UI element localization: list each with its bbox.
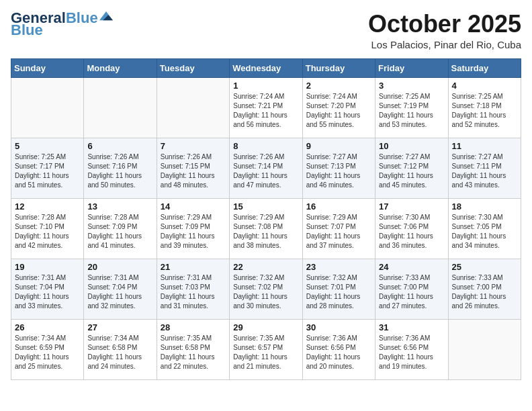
calendar-cell-1-4: 1Sunrise: 7:24 AM Sunset: 7:21 PM Daylig… — [230, 77, 302, 138]
calendar-cell-5-4: 29Sunrise: 7:35 AM Sunset: 6:57 PM Dayli… — [230, 319, 302, 379]
week-row-1: 1Sunrise: 7:24 AM Sunset: 7:21 PM Daylig… — [11, 77, 521, 138]
day-number: 24 — [379, 262, 444, 272]
day-info: Sunrise: 7:28 AM Sunset: 7:10 PM Dayligh… — [15, 213, 80, 250]
calendar-cell-2-5: 9Sunrise: 7:27 AM Sunset: 7:13 PM Daylig… — [302, 138, 375, 198]
day-info: Sunrise: 7:31 AM Sunset: 7:04 PM Dayligh… — [87, 273, 152, 311]
day-number: 5 — [15, 141, 80, 151]
day-info: Sunrise: 7:33 AM Sunset: 7:00 PM Dayligh… — [452, 273, 517, 311]
calendar-cell-5-3: 28Sunrise: 7:35 AM Sunset: 6:58 PM Dayli… — [157, 319, 229, 379]
col-sunday: Sunday — [11, 58, 84, 77]
day-info: Sunrise: 7:32 AM Sunset: 7:01 PM Dayligh… — [306, 273, 371, 311]
calendar-header-row: Sunday Monday Tuesday Wednesday Thursday… — [11, 58, 521, 77]
logo-icon — [99, 10, 113, 24]
day-number: 15 — [233, 201, 298, 212]
day-info: Sunrise: 7:32 AM Sunset: 7:02 PM Dayligh… — [233, 273, 298, 311]
day-info: Sunrise: 7:27 AM Sunset: 7:11 PM Dayligh… — [452, 152, 517, 190]
calendar-cell-3-7: 18Sunrise: 7:30 AM Sunset: 7:05 PM Dayli… — [448, 198, 521, 259]
day-info: Sunrise: 7:34 AM Sunset: 6:59 PM Dayligh… — [15, 334, 80, 371]
day-info: Sunrise: 7:33 AM Sunset: 7:00 PM Dayligh… — [379, 273, 444, 311]
calendar-cell-4-2: 20Sunrise: 7:31 AM Sunset: 7:04 PM Dayli… — [84, 259, 157, 319]
calendar-cell-1-3 — [157, 77, 229, 138]
calendar-cell-2-7: 11Sunrise: 7:27 AM Sunset: 7:11 PM Dayli… — [448, 138, 521, 198]
page-header: GeneralBlue Blue October 2025 Los Palaci… — [11, 11, 521, 50]
calendar-cell-3-5: 16Sunrise: 7:29 AM Sunset: 7:07 PM Dayli… — [302, 198, 375, 259]
calendar-cell-4-4: 22Sunrise: 7:32 AM Sunset: 7:02 PM Dayli… — [230, 259, 302, 319]
calendar-cell-2-6: 10Sunrise: 7:27 AM Sunset: 7:12 PM Dayli… — [375, 138, 448, 198]
day-number: 12 — [15, 201, 80, 212]
day-info: Sunrise: 7:29 AM Sunset: 7:09 PM Dayligh… — [161, 213, 226, 250]
day-info: Sunrise: 7:26 AM Sunset: 7:16 PM Dayligh… — [87, 152, 152, 190]
day-info: Sunrise: 7:35 AM Sunset: 6:57 PM Dayligh… — [233, 334, 298, 371]
calendar-cell-2-3: 7Sunrise: 7:26 AM Sunset: 7:15 PM Daylig… — [157, 138, 229, 198]
day-info: Sunrise: 7:34 AM Sunset: 6:58 PM Dayligh… — [87, 334, 152, 371]
logo: GeneralBlue Blue — [11, 11, 113, 39]
day-number: 11 — [452, 141, 517, 151]
calendar-cell-1-1 — [11, 77, 84, 138]
calendar-cell-5-7 — [448, 319, 521, 379]
day-number: 1 — [233, 81, 298, 91]
day-info: Sunrise: 7:24 AM Sunset: 7:21 PM Dayligh… — [233, 92, 298, 130]
day-number: 28 — [161, 322, 226, 332]
calendar-cell-3-2: 13Sunrise: 7:28 AM Sunset: 7:09 PM Dayli… — [84, 198, 157, 259]
week-row-3: 12Sunrise: 7:28 AM Sunset: 7:10 PM Dayli… — [11, 198, 521, 259]
day-number: 17 — [379, 201, 444, 212]
calendar-cell-5-5: 30Sunrise: 7:36 AM Sunset: 6:56 PM Dayli… — [302, 319, 375, 379]
calendar-cell-2-2: 6Sunrise: 7:26 AM Sunset: 7:16 PM Daylig… — [84, 138, 157, 198]
day-info: Sunrise: 7:30 AM Sunset: 7:05 PM Dayligh… — [452, 213, 517, 250]
col-tuesday: Tuesday — [157, 58, 229, 77]
calendar-cell-3-4: 15Sunrise: 7:29 AM Sunset: 7:08 PM Dayli… — [230, 198, 302, 259]
week-row-4: 19Sunrise: 7:31 AM Sunset: 7:04 PM Dayli… — [11, 259, 521, 319]
day-number: 20 — [87, 262, 152, 272]
day-number: 23 — [306, 262, 371, 272]
day-number: 4 — [452, 81, 517, 91]
week-row-2: 5Sunrise: 7:25 AM Sunset: 7:17 PM Daylig… — [11, 138, 521, 198]
day-info: Sunrise: 7:28 AM Sunset: 7:09 PM Dayligh… — [87, 213, 152, 250]
calendar-cell-4-5: 23Sunrise: 7:32 AM Sunset: 7:01 PM Dayli… — [302, 259, 375, 319]
calendar-table: Sunday Monday Tuesday Wednesday Thursday… — [11, 58, 521, 380]
calendar-cell-1-5: 2Sunrise: 7:24 AM Sunset: 7:20 PM Daylig… — [302, 77, 375, 138]
day-number: 2 — [306, 81, 371, 91]
day-info: Sunrise: 7:25 AM Sunset: 7:17 PM Dayligh… — [15, 152, 80, 190]
day-number: 14 — [161, 201, 226, 212]
day-info: Sunrise: 7:27 AM Sunset: 7:13 PM Dayligh… — [306, 152, 371, 190]
col-wednesday: Wednesday — [230, 58, 302, 77]
calendar-cell-4-7: 25Sunrise: 7:33 AM Sunset: 7:00 PM Dayli… — [448, 259, 521, 319]
day-info: Sunrise: 7:36 AM Sunset: 6:56 PM Dayligh… — [379, 334, 444, 371]
location-title: Los Palacios, Pinar del Rio, Cuba — [368, 39, 521, 50]
day-number: 27 — [87, 322, 152, 332]
day-number: 31 — [379, 322, 444, 332]
day-number: 3 — [379, 81, 444, 91]
calendar-cell-3-6: 17Sunrise: 7:30 AM Sunset: 7:06 PM Dayli… — [375, 198, 448, 259]
day-info: Sunrise: 7:30 AM Sunset: 7:06 PM Dayligh… — [379, 213, 444, 250]
day-number: 7 — [161, 141, 226, 151]
day-number: 16 — [306, 201, 371, 212]
calendar-cell-5-1: 26Sunrise: 7:34 AM Sunset: 6:59 PM Dayli… — [11, 319, 84, 379]
calendar-cell-1-2 — [84, 77, 157, 138]
day-number: 29 — [233, 322, 298, 332]
week-row-5: 26Sunrise: 7:34 AM Sunset: 6:59 PM Dayli… — [11, 319, 521, 379]
calendar-cell-4-3: 21Sunrise: 7:31 AM Sunset: 7:03 PM Dayli… — [157, 259, 229, 319]
calendar-cell-4-6: 24Sunrise: 7:33 AM Sunset: 7:00 PM Dayli… — [375, 259, 448, 319]
day-info: Sunrise: 7:27 AM Sunset: 7:12 PM Dayligh… — [379, 152, 444, 190]
day-info: Sunrise: 7:31 AM Sunset: 7:03 PM Dayligh… — [161, 273, 226, 311]
col-friday: Friday — [375, 58, 448, 77]
day-number: 10 — [379, 141, 444, 151]
day-info: Sunrise: 7:25 AM Sunset: 7:19 PM Dayligh… — [379, 92, 444, 130]
title-block: October 2025 Los Palacios, Pinar del Rio… — [368, 11, 521, 50]
day-info: Sunrise: 7:26 AM Sunset: 7:15 PM Dayligh… — [161, 152, 226, 190]
day-number: 21 — [161, 262, 226, 272]
day-info: Sunrise: 7:26 AM Sunset: 7:14 PM Dayligh… — [233, 152, 298, 190]
day-number: 13 — [87, 201, 152, 212]
calendar-cell-5-6: 31Sunrise: 7:36 AM Sunset: 6:56 PM Dayli… — [375, 319, 448, 379]
day-info: Sunrise: 7:29 AM Sunset: 7:08 PM Dayligh… — [233, 213, 298, 250]
calendar-cell-2-4: 8Sunrise: 7:26 AM Sunset: 7:14 PM Daylig… — [230, 138, 302, 198]
col-monday: Monday — [84, 58, 157, 77]
day-info: Sunrise: 7:31 AM Sunset: 7:04 PM Dayligh… — [15, 273, 80, 311]
day-info: Sunrise: 7:29 AM Sunset: 7:07 PM Dayligh… — [306, 213, 371, 250]
day-number: 8 — [233, 141, 298, 151]
day-number: 26 — [15, 322, 80, 332]
day-number: 18 — [452, 201, 517, 212]
day-number: 25 — [452, 262, 517, 272]
calendar-cell-1-6: 3Sunrise: 7:25 AM Sunset: 7:19 PM Daylig… — [375, 77, 448, 138]
calendar-cell-4-1: 19Sunrise: 7:31 AM Sunset: 7:04 PM Dayli… — [11, 259, 84, 319]
